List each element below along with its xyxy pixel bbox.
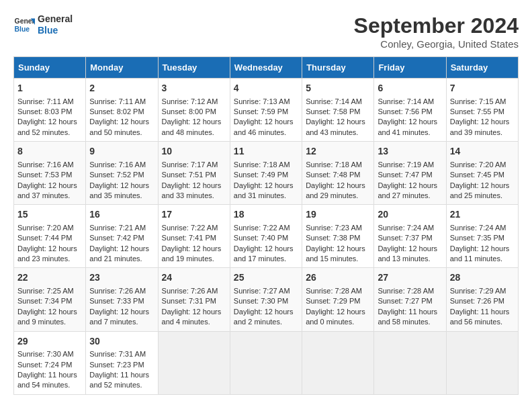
sunset-text: Sunset: 7:27 PM	[378, 297, 432, 305]
day-number: 10	[162, 145, 226, 158]
day-number: 22	[17, 271, 82, 285]
day-cell-3: 3 Sunrise: 7:12 AM Sunset: 8:00 PM Dayli…	[158, 79, 230, 142]
sunset-text: Sunset: 7:47 PM	[378, 171, 432, 179]
day-cell-29: 29 Sunrise: 7:30 AM Sunset: 7:24 PM Dayl…	[14, 331, 86, 394]
week-row-1: 1 Sunrise: 7:11 AM Sunset: 8:03 PM Dayli…	[14, 79, 519, 142]
weekday-header-tuesday: Tuesday	[158, 57, 230, 79]
empty-cell	[302, 331, 374, 394]
day-cell-22: 22 Sunrise: 7:25 AM Sunset: 7:34 PM Dayl…	[14, 268, 86, 331]
sunrise-text: Sunrise: 7:24 AM	[378, 224, 434, 232]
sunrise-text: Sunrise: 7:28 AM	[306, 287, 362, 295]
daylight-text: Daylight: 12 hours and 35 minutes.	[89, 181, 149, 199]
sunset-text: Sunset: 7:38 PM	[306, 234, 360, 242]
sunrise-text: Sunrise: 7:30 AM	[17, 350, 74, 358]
daylight-text: Daylight: 12 hours and 52 minutes.	[17, 118, 77, 136]
day-number: 12	[306, 145, 370, 158]
sunrise-text: Sunrise: 7:22 AM	[234, 224, 290, 232]
month-title: September 2024	[354, 13, 519, 38]
daylight-text: Daylight: 12 hours and 46 minutes.	[234, 118, 294, 136]
daylight-text: Daylight: 12 hours and 33 minutes.	[162, 181, 222, 199]
sunrise-text: Sunrise: 7:16 AM	[89, 161, 146, 169]
daylight-text: Daylight: 11 hours and 58 minutes.	[378, 308, 437, 326]
empty-cell	[158, 331, 230, 394]
sunset-text: Sunset: 7:53 PM	[17, 171, 72, 179]
weekday-header-wednesday: Wednesday	[230, 57, 302, 79]
day-cell-30: 30 Sunrise: 7:31 AM Sunset: 7:23 PM Dayl…	[86, 331, 158, 394]
sunset-text: Sunset: 8:03 PM	[17, 107, 72, 116]
weekday-header-friday: Friday	[374, 57, 446, 79]
day-number: 6	[378, 82, 442, 95]
day-number: 2	[89, 82, 154, 95]
sunrise-text: Sunrise: 7:11 AM	[89, 97, 146, 105]
day-cell-28: 28 Sunrise: 7:29 AM Sunset: 7:26 PM Dayl…	[446, 268, 518, 331]
day-number: 20	[378, 208, 442, 222]
location-title: Conley, Georgia, United States	[354, 38, 519, 50]
sunrise-text: Sunrise: 7:13 AM	[234, 97, 290, 105]
day-number: 4	[234, 82, 298, 95]
day-number: 28	[450, 271, 515, 285]
sunrise-text: Sunrise: 7:28 AM	[378, 287, 434, 295]
sunset-text: Sunset: 7:41 PM	[162, 234, 216, 242]
sunrise-text: Sunrise: 7:17 AM	[162, 161, 218, 169]
sunrise-text: Sunrise: 7:31 AM	[89, 350, 146, 358]
week-row-3: 15 Sunrise: 7:20 AM Sunset: 7:44 PM Dayl…	[14, 205, 519, 268]
sunset-text: Sunset: 7:33 PM	[89, 297, 144, 305]
day-number: 16	[89, 208, 154, 222]
logo-blue: Blue	[38, 25, 73, 36]
sunset-text: Sunset: 7:34 PM	[17, 297, 72, 305]
daylight-text: Daylight: 12 hours and 15 minutes.	[306, 244, 365, 263]
daylight-text: Daylight: 12 hours and 31 minutes.	[234, 181, 294, 199]
day-cell-7: 7 Sunrise: 7:15 AM Sunset: 7:55 PM Dayli…	[446, 79, 518, 142]
sunrise-text: Sunrise: 7:24 AM	[450, 224, 506, 232]
daylight-text: Daylight: 12 hours and 0 minutes.	[306, 308, 365, 326]
day-cell-12: 12 Sunrise: 7:18 AM Sunset: 7:48 PM Dayl…	[302, 142, 374, 205]
weekday-header-row: SundayMondayTuesdayWednesdayThursdayFrid…	[14, 57, 519, 79]
daylight-text: Daylight: 12 hours and 43 minutes.	[306, 118, 365, 136]
day-number: 11	[234, 145, 298, 158]
day-cell-2: 2 Sunrise: 7:11 AM Sunset: 8:02 PM Dayli…	[86, 79, 158, 142]
sunset-text: Sunset: 7:55 PM	[450, 107, 504, 116]
sunset-text: Sunset: 7:37 PM	[378, 234, 432, 242]
daylight-text: Daylight: 12 hours and 21 minutes.	[89, 244, 149, 263]
sunset-text: Sunset: 7:44 PM	[17, 234, 72, 242]
day-number: 14	[450, 145, 515, 158]
day-number: 23	[89, 271, 154, 285]
daylight-text: Daylight: 12 hours and 13 minutes.	[378, 244, 437, 263]
daylight-text: Daylight: 12 hours and 4 minutes.	[162, 308, 222, 326]
logo-icon: General Blue	[13, 14, 35, 36]
daylight-text: Daylight: 12 hours and 2 minutes.	[234, 308, 294, 326]
day-cell-5: 5 Sunrise: 7:14 AM Sunset: 7:58 PM Dayli…	[302, 79, 374, 142]
day-cell-11: 11 Sunrise: 7:18 AM Sunset: 7:49 PM Dayl…	[230, 142, 302, 205]
sunrise-text: Sunrise: 7:25 AM	[17, 287, 74, 295]
day-cell-25: 25 Sunrise: 7:27 AM Sunset: 7:30 PM Dayl…	[230, 268, 302, 331]
empty-cell	[374, 331, 446, 394]
day-cell-8: 8 Sunrise: 7:16 AM Sunset: 7:53 PM Dayli…	[14, 142, 86, 205]
daylight-text: Daylight: 12 hours and 7 minutes.	[89, 308, 149, 326]
day-number: 29	[17, 335, 82, 349]
week-row-4: 22 Sunrise: 7:25 AM Sunset: 7:34 PM Dayl…	[14, 268, 519, 331]
sunset-text: Sunset: 7:59 PM	[234, 107, 288, 116]
week-row-5: 29 Sunrise: 7:30 AM Sunset: 7:24 PM Dayl…	[14, 331, 519, 394]
daylight-text: Daylight: 12 hours and 41 minutes.	[378, 118, 437, 136]
sunrise-text: Sunrise: 7:18 AM	[234, 161, 290, 169]
daylight-text: Daylight: 12 hours and 29 minutes.	[306, 181, 365, 199]
daylight-text: Daylight: 11 hours and 52 minutes.	[89, 371, 149, 389]
day-cell-20: 20 Sunrise: 7:24 AM Sunset: 7:37 PM Dayl…	[374, 205, 446, 268]
day-cell-18: 18 Sunrise: 7:22 AM Sunset: 7:40 PM Dayl…	[230, 205, 302, 268]
sunset-text: Sunset: 7:45 PM	[450, 171, 504, 179]
day-cell-1: 1 Sunrise: 7:11 AM Sunset: 8:03 PM Dayli…	[14, 79, 86, 142]
sunrise-text: Sunrise: 7:15 AM	[450, 97, 506, 105]
daylight-text: Daylight: 12 hours and 23 minutes.	[17, 244, 77, 263]
day-cell-16: 16 Sunrise: 7:21 AM Sunset: 7:42 PM Dayl…	[86, 205, 158, 268]
day-number: 17	[162, 208, 226, 222]
sunset-text: Sunset: 8:00 PM	[162, 107, 216, 116]
day-cell-10: 10 Sunrise: 7:17 AM Sunset: 7:51 PM Dayl…	[158, 142, 230, 205]
sunrise-text: Sunrise: 7:27 AM	[234, 287, 290, 295]
day-cell-23: 23 Sunrise: 7:26 AM Sunset: 7:33 PM Dayl…	[86, 268, 158, 331]
sunset-text: Sunset: 8:02 PM	[89, 107, 144, 116]
daylight-text: Daylight: 12 hours and 19 minutes.	[162, 244, 222, 263]
daylight-text: Daylight: 12 hours and 9 minutes.	[17, 308, 77, 326]
day-cell-24: 24 Sunrise: 7:26 AM Sunset: 7:31 PM Dayl…	[158, 268, 230, 331]
sunrise-text: Sunrise: 7:23 AM	[306, 224, 362, 232]
daylight-text: Daylight: 12 hours and 27 minutes.	[378, 181, 437, 199]
